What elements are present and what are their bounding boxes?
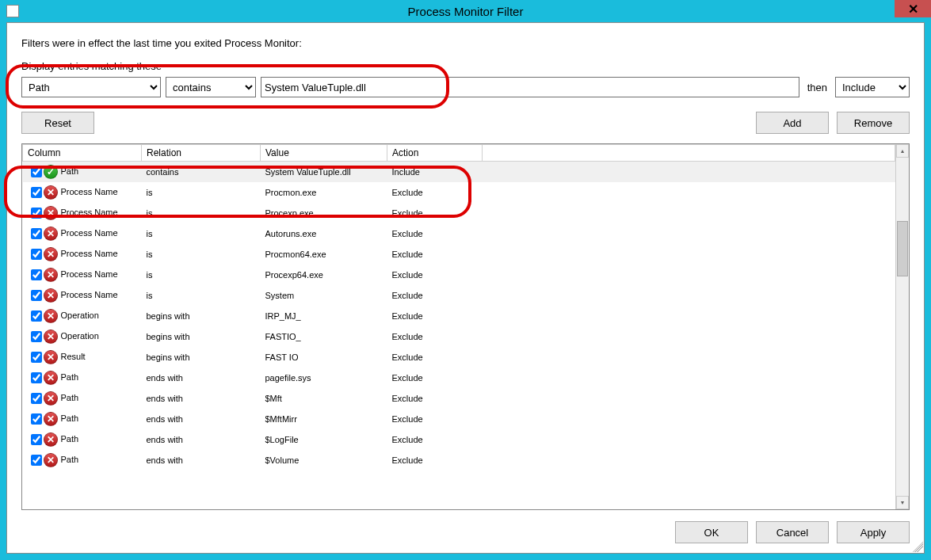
reset-button[interactable]: Reset [21,112,94,134]
table-row[interactable]: ✕Pathends withpagefile.sysExclude [23,368,895,388]
row-column: Path [61,392,79,402]
row-checkbox[interactable] [31,434,42,445]
row-column: Result [61,351,86,360]
filter-table: Column Relation Value Action ✓Pathcontai… [22,144,895,470]
table-row[interactable]: ✕Pathends with$MftExclude [23,388,895,409]
header-column[interactable]: Column [23,145,142,162]
resize-grip[interactable] [912,541,923,552]
row-relation: ends with [142,429,261,450]
table-row[interactable]: ✕Process NameisSystemExclude [23,285,895,306]
row-column: Path [61,166,79,176]
row-checkbox[interactable] [31,290,42,301]
row-relation: is [142,244,261,265]
row-checkbox[interactable] [31,228,42,239]
value-input[interactable] [261,77,799,97]
row-value: IRP_MJ_ [261,306,387,326]
row-value: FASTIO_ [261,326,387,347]
column-select[interactable]: Path [21,77,161,97]
vertical-scrollbar[interactable]: ▴ ▾ [895,144,909,509]
row-relation: ends with [142,409,261,429]
table-row[interactable]: ✓PathcontainsSystem ValueTuple.dllInclud… [23,162,895,182]
table-row[interactable]: ✕Process NameisProcexp.exeExclude [23,203,895,223]
row-column: Path [61,433,79,443]
exclude-icon: ✕ [44,309,58,323]
row-checkbox[interactable] [31,331,42,342]
row-column: Process Name [61,227,118,237]
scroll-up-button[interactable]: ▴ [896,144,909,158]
table-row[interactable]: ✕Pathends with$MftMirrExclude [23,409,895,429]
row-action: Exclude [387,182,483,203]
row-checkbox[interactable] [31,187,42,198]
exclude-icon: ✕ [44,227,58,241]
row-checkbox[interactable] [31,455,42,466]
row-checkbox[interactable] [31,310,42,322]
row-checkbox[interactable] [31,249,42,260]
row-checkbox[interactable] [31,372,42,383]
relation-select[interactable]: contains [166,77,256,97]
scroll-down-button[interactable]: ▾ [896,496,909,509]
row-column: Path [61,413,79,422]
row-action: Exclude [387,306,483,326]
exclude-icon: ✕ [44,412,58,426]
info-text: Filters were in effect the last time you… [21,37,910,49]
row-column: Process Name [61,186,118,196]
row-value: $Mft [261,388,387,409]
row-value: pagefile.sys [261,368,387,388]
table-row[interactable]: ✕Process NameisAutoruns.exeExclude [23,223,895,244]
table-row[interactable]: ✕Operationbegins withIRP_MJ_Exclude [23,306,895,326]
row-value: Procexp64.exe [261,265,387,285]
table-row[interactable]: ✕Process NameisProcmon.exeExclude [23,182,895,203]
table-row[interactable]: ✕Process NameisProcexp64.exeExclude [23,265,895,285]
row-checkbox[interactable] [31,269,42,280]
row-relation: begins with [142,326,261,347]
close-button[interactable]: ✕ [895,0,931,17]
row-value: Procexp.exe [261,203,387,223]
sub-header: Display entries matching these [21,60,910,72]
table-row[interactable]: ✕Process NameisProcmon64.exeExclude [23,244,895,265]
row-relation: begins with [142,306,261,326]
row-column: Process Name [61,207,118,216]
action-select[interactable]: Include [835,77,910,97]
row-checkbox[interactable] [31,166,42,177]
row-action: Exclude [387,203,483,223]
table-row[interactable]: ✕Operationbegins withFASTIO_Exclude [23,326,895,347]
row-value: Autoruns.exe [261,223,387,244]
row-action: Exclude [387,326,483,347]
row-action: Exclude [387,409,483,429]
window: Process Monitor Filter ✕ Filters were in… [0,0,931,560]
row-relation: ends with [142,368,261,388]
scroll-track[interactable] [896,158,909,496]
row-relation: contains [142,162,261,182]
exclude-icon: ✕ [44,288,58,303]
remove-button[interactable]: Remove [837,112,910,134]
row-value: Procmon64.exe [261,244,387,265]
header-value[interactable]: Value [261,145,387,162]
add-button[interactable]: Add [756,112,829,134]
row-relation: is [142,203,261,223]
table-row[interactable]: ✕Pathends with$LogFileExclude [23,429,895,450]
row-checkbox[interactable] [31,208,42,219]
row-column: Process Name [61,269,118,278]
row-value: System [261,285,387,306]
apply-button[interactable]: Apply [837,521,910,543]
row-relation: is [142,285,261,306]
ok-button[interactable]: OK [675,521,748,543]
close-icon: ✕ [908,2,918,17]
row-checkbox[interactable] [31,393,42,404]
scroll-thumb[interactable] [897,221,908,276]
exclude-icon: ✕ [44,268,58,282]
row-relation: is [142,265,261,285]
header-action[interactable]: Action [387,145,483,162]
row-value: Procmon.exe [261,182,387,203]
table-row[interactable]: ✕Resultbegins withFAST IOExclude [23,347,895,368]
row-checkbox[interactable] [31,413,42,425]
exclude-icon: ✕ [44,350,58,364]
cancel-button[interactable]: Cancel [756,521,829,543]
row-action: Exclude [387,450,483,470]
row-checkbox[interactable] [31,352,42,363]
row-column: Operation [61,310,99,319]
exclude-icon: ✕ [44,185,58,200]
exclude-icon: ✕ [44,432,58,447]
header-relation[interactable]: Relation [142,145,261,162]
table-row[interactable]: ✕Pathends with$VolumeExclude [23,450,895,470]
